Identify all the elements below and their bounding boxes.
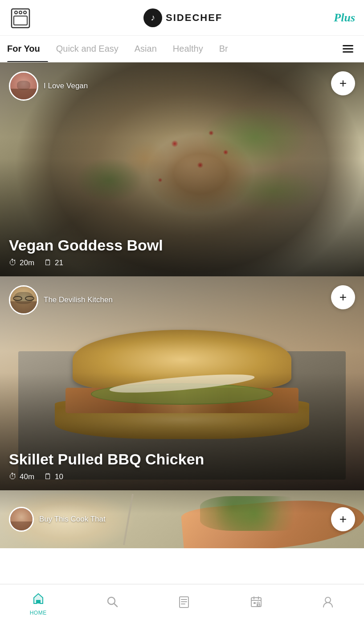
content-area: I Love Vegan + Vegan Goddess Bowl ⏱ 20m … [0, 62, 364, 588]
recipe-time: ⏱ 20m [9, 258, 34, 267]
clock-icon-2: ⏱ [9, 472, 17, 481]
add-recipe-button-1[interactable]: + [331, 285, 355, 309]
recipe-card-vegan-goddess-bowl[interactable]: I Love Vegan + Vegan Goddess Bowl ⏱ 20m … [0, 62, 364, 276]
svg-line-7 [114, 603, 117, 607]
author-name-3: Buy This Cook That [39, 515, 106, 524]
nav-planner[interactable] [241, 592, 271, 616]
category-nav: For You Quick and Easy Asian Healthy Br [0, 36, 364, 62]
recipe-title: Vegan Goddess Bowl [9, 237, 355, 254]
nav-more-button[interactable] [339, 41, 357, 56]
author-avatar-3 [9, 507, 34, 532]
author-avatar-2 [9, 285, 38, 315]
recipe-card-bbq-chicken[interactable]: The Devilish Kitchen + Skillet Pulled BB… [0, 276, 364, 490]
recipe-author-row-3: Buy This Cook That [9, 507, 106, 532]
recipe-time-2: ⏱ 40m [9, 472, 34, 481]
plus-icon-2: + [339, 291, 347, 304]
recipe-info: Vegan Goddess Bowl ⏱ 20m 🗒 21 [9, 237, 355, 267]
oven-icon[interactable] [9, 6, 32, 29]
recipe-info-2: Skillet Pulled BBQ Chicken ⏱ 40m 🗒 10 [9, 451, 355, 481]
clock-icon: ⏱ [9, 258, 17, 267]
recipe-author-row-2: The Devilish Kitchen [9, 285, 113, 315]
svg-point-21 [325, 597, 331, 603]
nav-profile[interactable] [313, 592, 343, 616]
author-name: I Love Vegan [44, 82, 88, 90]
list-icon-2: 🗒 [44, 472, 52, 481]
recipe-card-partial[interactable]: Buy This Cook That + [0, 490, 364, 548]
recipe-meta-2: ⏱ 40m 🗒 10 [9, 472, 355, 481]
author-name-2: The Devilish Kitchen [44, 296, 113, 304]
home-icon [32, 592, 45, 608]
planner-icon [250, 595, 262, 611]
nav-home[interactable]: HOME [21, 589, 56, 620]
add-recipe-button-2[interactable]: + [331, 507, 355, 531]
app-logo: ♪ SIDECHEF [143, 8, 222, 27]
plus-icon: + [339, 77, 347, 90]
logo-note: ♪ [151, 12, 155, 23]
author-avatar [9, 71, 38, 101]
recipes-icon [178, 595, 190, 611]
svg-rect-16 [254, 602, 256, 604]
app-name: SIDECHEF [166, 12, 222, 24]
logo-circle: ♪ [143, 8, 162, 27]
svg-point-4 [24, 11, 26, 14]
nav-recipes[interactable] [169, 592, 199, 616]
svg-rect-1 [14, 16, 27, 25]
svg-point-2 [15, 11, 17, 14]
nav-search[interactable] [97, 592, 127, 616]
plus-icon-3: + [339, 513, 347, 525]
plus-badge[interactable]: Plus [334, 11, 355, 25]
recipe-ingredients: 🗒 21 [44, 258, 63, 267]
search-icon [106, 595, 119, 611]
tab-asian[interactable]: Asian [127, 36, 165, 62]
tab-for-you[interactable]: For You [7, 36, 48, 62]
recipe-author-row: I Love Vegan [9, 71, 88, 101]
list-icon: 🗒 [44, 258, 52, 267]
app-header: ♪ SIDECHEF Plus [0, 0, 364, 36]
tab-br[interactable]: Br [211, 36, 236, 62]
tab-quick-easy[interactable]: Quick and Easy [48, 36, 127, 62]
recipe-meta: ⏱ 20m 🗒 21 [9, 258, 355, 267]
svg-point-3 [19, 11, 22, 14]
recipe-ingredients-2: 🗒 10 [44, 472, 63, 481]
tab-healthy[interactable]: Healthy [165, 36, 211, 62]
svg-rect-5 [37, 600, 40, 603]
nav-home-label: HOME [30, 610, 47, 616]
recipe-title-2: Skillet Pulled BBQ Chicken [9, 451, 355, 468]
profile-icon [322, 595, 334, 611]
bottom-navigation: HOME [0, 584, 364, 624]
add-recipe-button-0[interactable]: + [331, 71, 355, 95]
